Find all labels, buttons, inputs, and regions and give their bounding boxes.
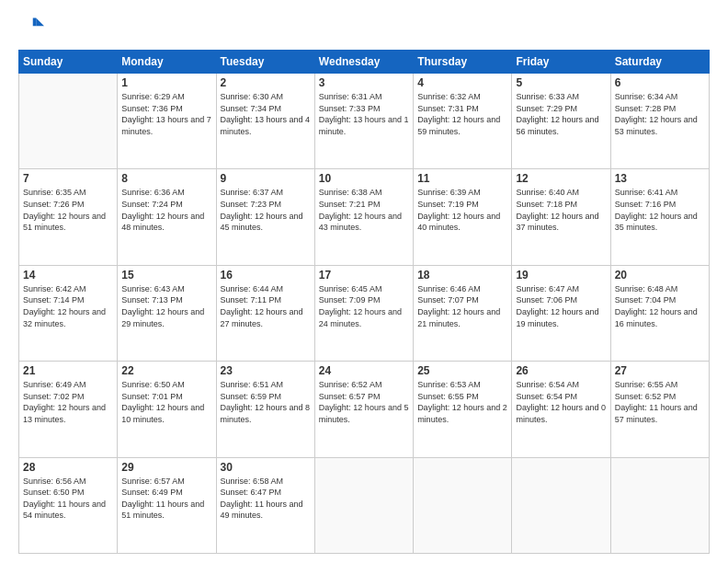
calendar-cell: 21Sunrise: 6:49 AMSunset: 7:02 PMDayligh… <box>19 362 118 457</box>
day-number: 16 <box>221 269 311 282</box>
day-number: 9 <box>221 172 311 185</box>
day-detail: Sunrise: 6:37 AMSunset: 7:23 PMDaylight:… <box>221 187 311 233</box>
calendar-cell: 16Sunrise: 6:44 AMSunset: 7:11 PMDayligh… <box>216 265 314 361</box>
calendar-cell: 12Sunrise: 6:40 AMSunset: 7:18 PMDayligh… <box>512 169 610 265</box>
day-number: 7 <box>23 172 113 185</box>
calendar-cell: 24Sunrise: 6:52 AMSunset: 6:57 PMDayligh… <box>314 362 413 457</box>
calendar-cell: 19Sunrise: 6:47 AMSunset: 7:06 PMDayligh… <box>512 265 610 361</box>
day-detail: Sunrise: 6:42 AMSunset: 7:14 PMDaylight:… <box>23 283 113 329</box>
weekday-header-row: SundayMondayTuesdayWednesdayThursdayFrid… <box>19 51 710 74</box>
day-number: 25 <box>417 364 507 377</box>
week-row-2: 14Sunrise: 6:42 AMSunset: 7:14 PMDayligh… <box>19 265 710 361</box>
week-row-0: 1Sunrise: 6:29 AMSunset: 7:36 PMDaylight… <box>19 74 710 169</box>
calendar-cell: 18Sunrise: 6:46 AMSunset: 7:07 PMDayligh… <box>414 265 512 361</box>
calendar-cell: 1Sunrise: 6:29 AMSunset: 7:36 PMDaylight… <box>118 74 216 169</box>
day-number: 10 <box>319 172 409 185</box>
calendar-cell: 23Sunrise: 6:51 AMSunset: 6:59 PMDayligh… <box>216 362 314 457</box>
calendar-cell: 28Sunrise: 6:56 AMSunset: 6:50 PMDayligh… <box>19 457 118 553</box>
calendar-cell: 6Sunrise: 6:34 AMSunset: 7:28 PMDaylight… <box>610 74 709 169</box>
calendar-cell: 27Sunrise: 6:55 AMSunset: 6:52 PMDayligh… <box>610 362 709 457</box>
calendar-cell: 25Sunrise: 6:53 AMSunset: 6:55 PMDayligh… <box>414 362 512 457</box>
day-detail: Sunrise: 6:31 AMSunset: 7:33 PMDaylight:… <box>319 91 409 137</box>
day-detail: Sunrise: 6:40 AMSunset: 7:18 PMDaylight:… <box>516 187 606 233</box>
calendar-cell <box>19 74 118 169</box>
day-detail: Sunrise: 6:55 AMSunset: 6:52 PMDaylight:… <box>615 379 705 425</box>
day-number: 26 <box>516 364 606 377</box>
calendar-cell <box>314 457 413 553</box>
week-row-4: 28Sunrise: 6:56 AMSunset: 6:50 PMDayligh… <box>19 457 710 553</box>
calendar-cell <box>414 457 512 553</box>
day-detail: Sunrise: 6:56 AMSunset: 6:50 PMDaylight:… <box>23 476 113 522</box>
day-number: 12 <box>516 172 606 185</box>
day-number: 18 <box>417 269 507 282</box>
weekday-header-friday: Friday <box>512 51 610 74</box>
day-number: 3 <box>319 76 409 89</box>
logo <box>18 15 48 40</box>
day-number: 14 <box>23 269 113 282</box>
day-detail: Sunrise: 6:34 AMSunset: 7:28 PMDaylight:… <box>615 91 705 137</box>
weekday-header-wednesday: Wednesday <box>314 51 413 74</box>
calendar-cell: 4Sunrise: 6:32 AMSunset: 7:31 PMDaylight… <box>414 74 512 169</box>
day-detail: Sunrise: 6:29 AMSunset: 7:36 PMDaylight:… <box>121 91 211 137</box>
day-detail: Sunrise: 6:54 AMSunset: 6:54 PMDaylight:… <box>516 379 606 425</box>
calendar-table: SundayMondayTuesdayWednesdayThursdayFrid… <box>18 50 710 554</box>
day-number: 27 <box>615 364 705 377</box>
day-detail: Sunrise: 6:35 AMSunset: 7:26 PMDaylight:… <box>23 187 113 233</box>
svg-marker-0 <box>36 18 44 27</box>
day-detail: Sunrise: 6:43 AMSunset: 7:13 PMDaylight:… <box>121 283 211 329</box>
day-number: 17 <box>319 269 409 282</box>
day-number: 5 <box>516 76 606 89</box>
calendar-cell: 9Sunrise: 6:37 AMSunset: 7:23 PMDaylight… <box>216 169 314 265</box>
day-number: 21 <box>23 364 113 377</box>
calendar-cell: 11Sunrise: 6:39 AMSunset: 7:19 PMDayligh… <box>414 169 512 265</box>
calendar-cell: 2Sunrise: 6:30 AMSunset: 7:34 PMDaylight… <box>216 74 314 169</box>
day-detail: Sunrise: 6:47 AMSunset: 7:06 PMDaylight:… <box>516 283 606 329</box>
calendar-cell <box>512 457 610 553</box>
calendar-cell: 29Sunrise: 6:57 AMSunset: 6:49 PMDayligh… <box>118 457 216 553</box>
day-detail: Sunrise: 6:32 AMSunset: 7:31 PMDaylight:… <box>417 91 507 137</box>
day-number: 8 <box>121 172 211 185</box>
calendar-cell: 3Sunrise: 6:31 AMSunset: 7:33 PMDaylight… <box>314 74 413 169</box>
logo-icon <box>18 15 44 40</box>
calendar-cell: 15Sunrise: 6:43 AMSunset: 7:13 PMDayligh… <box>118 265 216 361</box>
day-detail: Sunrise: 6:33 AMSunset: 7:29 PMDaylight:… <box>516 91 606 137</box>
calendar-cell: 5Sunrise: 6:33 AMSunset: 7:29 PMDaylight… <box>512 74 610 169</box>
day-detail: Sunrise: 6:49 AMSunset: 7:02 PMDaylight:… <box>23 379 113 425</box>
day-detail: Sunrise: 6:50 AMSunset: 7:01 PMDaylight:… <box>121 379 211 425</box>
day-number: 4 <box>417 76 507 89</box>
calendar-cell: 7Sunrise: 6:35 AMSunset: 7:26 PMDaylight… <box>19 169 118 265</box>
day-number: 15 <box>121 269 211 282</box>
calendar-cell: 14Sunrise: 6:42 AMSunset: 7:14 PMDayligh… <box>19 265 118 361</box>
calendar-cell: 26Sunrise: 6:54 AMSunset: 6:54 PMDayligh… <box>512 362 610 457</box>
day-detail: Sunrise: 6:58 AMSunset: 6:47 PMDaylight:… <box>221 476 311 522</box>
weekday-header-thursday: Thursday <box>414 51 512 74</box>
calendar-cell: 13Sunrise: 6:41 AMSunset: 7:16 PMDayligh… <box>610 169 709 265</box>
page: SundayMondayTuesdayWednesdayThursdayFrid… <box>0 0 728 563</box>
day-detail: Sunrise: 6:44 AMSunset: 7:11 PMDaylight:… <box>221 283 311 329</box>
day-number: 2 <box>221 76 311 89</box>
day-detail: Sunrise: 6:52 AMSunset: 6:57 PMDaylight:… <box>319 379 409 425</box>
week-row-1: 7Sunrise: 6:35 AMSunset: 7:26 PMDaylight… <box>19 169 710 265</box>
header <box>18 15 710 40</box>
calendar-cell: 22Sunrise: 6:50 AMSunset: 7:01 PMDayligh… <box>118 362 216 457</box>
day-detail: Sunrise: 6:48 AMSunset: 7:04 PMDaylight:… <box>615 283 705 329</box>
day-detail: Sunrise: 6:53 AMSunset: 6:55 PMDaylight:… <box>417 379 507 425</box>
calendar-cell <box>610 457 709 553</box>
day-number: 13 <box>615 172 705 185</box>
weekday-header-saturday: Saturday <box>610 51 709 74</box>
day-number: 24 <box>319 364 409 377</box>
weekday-header-tuesday: Tuesday <box>216 51 314 74</box>
day-number: 29 <box>121 461 211 474</box>
calendar-cell: 20Sunrise: 6:48 AMSunset: 7:04 PMDayligh… <box>610 265 709 361</box>
day-number: 11 <box>417 172 507 185</box>
day-number: 19 <box>516 269 606 282</box>
day-detail: Sunrise: 6:39 AMSunset: 7:19 PMDaylight:… <box>417 187 507 233</box>
day-number: 6 <box>615 76 705 89</box>
calendar-cell: 8Sunrise: 6:36 AMSunset: 7:24 PMDaylight… <box>118 169 216 265</box>
day-detail: Sunrise: 6:57 AMSunset: 6:49 PMDaylight:… <box>121 476 211 522</box>
day-detail: Sunrise: 6:38 AMSunset: 7:21 PMDaylight:… <box>319 187 409 233</box>
day-detail: Sunrise: 6:45 AMSunset: 7:09 PMDaylight:… <box>319 283 409 329</box>
calendar-cell: 30Sunrise: 6:58 AMSunset: 6:47 PMDayligh… <box>216 457 314 553</box>
weekday-header-monday: Monday <box>118 51 216 74</box>
day-detail: Sunrise: 6:36 AMSunset: 7:24 PMDaylight:… <box>121 187 211 233</box>
